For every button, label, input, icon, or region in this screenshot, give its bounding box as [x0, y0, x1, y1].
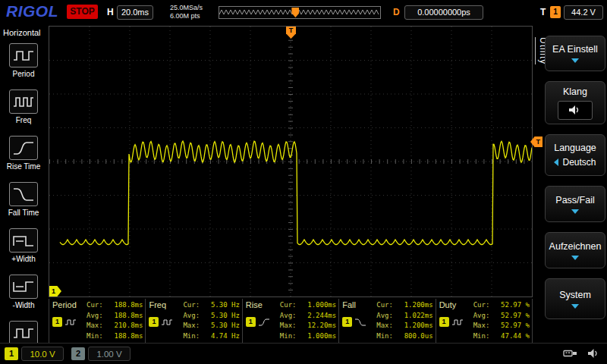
- measurement-wave-icon: [161, 318, 173, 326]
- measurement-panel-duty: Duty 1 Cur:52.97 % Avg:52.97 % Max:52.97…: [436, 299, 533, 343]
- measurement-avg: 5.30 Hz: [211, 312, 240, 320]
- measurement-avg: 52.97 %: [501, 312, 530, 320]
- freq-icon: [9, 89, 38, 114]
- sidebar-item-extra[interactable]: [0, 321, 47, 343]
- channel-badge: 1: [149, 317, 159, 327]
- utility-menu: Utility EA Einstell Klang Language Deuts…: [533, 25, 607, 343]
- speaker-icon: [558, 101, 593, 120]
- channel-badge[interactable]: 1: [5, 347, 18, 360]
- sample-rate: 25.0MSa/s: [170, 4, 203, 12]
- sidebar-item-neg-width[interactable]: -Width: [0, 275, 47, 309]
- channel2-scale[interactable]: 1.00 V: [88, 347, 131, 361]
- sidebar-item-label: +Width: [11, 255, 35, 263]
- menu-button-label: EA Einstell: [552, 44, 598, 55]
- waveform-position-bar[interactable]: [219, 6, 381, 19]
- measurement-panel-period: Period 1 Cur:188.8ms Avg:188.8ms Max:210…: [49, 299, 146, 343]
- memory-depth: 6.00M pts: [170, 12, 203, 20]
- sidebar-item-period[interactable]: Period: [0, 43, 47, 78]
- sidebar-item-label: -Width: [13, 301, 35, 309]
- measurement-avg: 2.244ms: [307, 312, 336, 320]
- channel1-indicator[interactable]: 1 10.0 V: [5, 347, 64, 361]
- measurement-name: Freq: [149, 300, 183, 309]
- measurement-avg: 188.8ms: [114, 312, 143, 320]
- measurement-wave-icon: [451, 318, 464, 326]
- sidebar-item-fall-time[interactable]: Fall Time: [0, 182, 47, 217]
- sidebar-item-freq[interactable]: Freq: [0, 89, 47, 124]
- run-state-badge[interactable]: STOP: [67, 5, 98, 19]
- waveform-grid: [49, 27, 532, 297]
- measurement-avg: 1.022ms: [404, 312, 433, 320]
- measurement-cur: 188.8ms: [114, 301, 143, 309]
- measurement-cur: 52.97 %: [501, 301, 530, 309]
- rigol-logo: RIGOL: [6, 2, 58, 20]
- menu-button-ea-einstell[interactable]: EA Einstell: [545, 36, 605, 71]
- menu-button-system[interactable]: System: [545, 278, 605, 319]
- menu-button-language[interactable]: Language Deutsch: [545, 134, 605, 176]
- chevron-down-icon: [571, 58, 579, 63]
- measurement-wave-icon: [64, 318, 77, 326]
- channel-badge: 1: [246, 317, 256, 327]
- menu-button-label: System: [559, 290, 591, 300]
- measure-sidebar: Horizontal Period Freq Rise Time Fall Ti…: [0, 25, 47, 343]
- channel-badge: 1: [439, 317, 449, 327]
- channel2-indicator[interactable]: 2 1.00 V: [71, 347, 131, 361]
- measurement-max: 52.97 %: [501, 322, 530, 330]
- top-bar: RIGOL STOP H 20.0ms 25.0MSa/s 6.00M pts …: [0, 0, 607, 25]
- waveform-icon: [9, 321, 38, 343]
- measurement-max: 210.8ms: [114, 322, 143, 330]
- delay-value[interactable]: 0.00000000ps: [404, 5, 483, 20]
- sidebar-item-label: Period: [13, 70, 35, 78]
- pos-width-icon: [9, 228, 38, 253]
- measurement-panel-fall: Fall 1 Cur:1.200ms Avg:1.022ms Max:1.200…: [339, 299, 436, 343]
- channel-badge: 1: [342, 317, 352, 327]
- measurement-min: 47.44 %: [501, 332, 530, 340]
- menu-button-pass-fail[interactable]: Pass/Fail: [545, 186, 605, 222]
- trigger-level-value[interactable]: 44.2 V: [564, 5, 603, 20]
- chevron-down-icon: [571, 256, 579, 260]
- measurement-panel-rise: Rise 1 Cur:1.000ms Avg:2.244ms Max:12.20…: [243, 299, 339, 343]
- language-value: Deutsch: [562, 157, 596, 168]
- sidebar-item-label: Freq: [16, 116, 32, 124]
- channel1-scale[interactable]: 10.0 V: [21, 347, 64, 361]
- usb-icon: [563, 348, 578, 359]
- measurement-cur: 1.000ms: [307, 301, 336, 309]
- measurement-min: 800.0us: [404, 332, 433, 340]
- measurement-cur: 5.30 Hz: [211, 301, 240, 309]
- trigger-label: T: [540, 7, 546, 17]
- sidebar-item-pos-width[interactable]: +Width: [0, 228, 47, 263]
- measurement-min: 1.000ms: [307, 332, 336, 340]
- chevron-down-icon: [571, 209, 579, 214]
- measurement-name: Period: [52, 300, 86, 309]
- horizontal-label: H: [107, 7, 114, 17]
- status-bar: 1 10.0 V 2 1.00 V: [0, 343, 607, 364]
- measurement-max: 1.200ms: [404, 322, 433, 330]
- sidebar-item-label: Fall Time: [8, 209, 39, 217]
- measurement-cur: 1.200ms: [404, 301, 433, 309]
- menu-button-klang[interactable]: Klang: [545, 81, 605, 124]
- measurement-rise-icon: [258, 318, 270, 326]
- menu-button-label: Pass/Fail: [555, 195, 594, 206]
- measurement-min: 4.74 Hz: [211, 332, 240, 340]
- measurement-name: Rise: [246, 300, 280, 309]
- menu-button-label: Language: [554, 143, 596, 153]
- sidebar-item-rise-time[interactable]: Rise Time: [0, 136, 47, 171]
- measurement-name: Fall: [342, 300, 376, 309]
- trigger-source-chip[interactable]: 1: [550, 6, 561, 18]
- menu-button-label: Aufzeichnen: [549, 241, 602, 252]
- waveform-overview-icon: [219, 7, 380, 18]
- menu-button-aufzeichnen[interactable]: Aufzeichnen: [545, 232, 605, 268]
- acquisition-info: 25.0MSa/s 6.00M pts: [170, 4, 203, 20]
- fall-time-icon: [9, 182, 38, 206]
- period-icon: [9, 43, 38, 67]
- chevron-down-icon: [571, 304, 579, 309]
- timebase-value[interactable]: 20.0ms: [117, 5, 153, 20]
- left-menu-title: Horizontal: [3, 28, 47, 37]
- rise-time-icon: [9, 136, 38, 160]
- measurement-max: 12.20ms: [307, 322, 336, 330]
- oscilloscope-screen: RIGOL STOP H 20.0ms 25.0MSa/s 6.00M pts …: [0, 0, 607, 364]
- chevron-left-icon: [554, 158, 558, 166]
- measurement-min: 188.8ms: [114, 332, 143, 340]
- channel-badge[interactable]: 2: [71, 347, 85, 360]
- sidebar-item-label: Rise Time: [7, 162, 40, 171]
- measurement-readout-bar: Period 1 Cur:188.8ms Avg:188.8ms Max:210…: [49, 299, 533, 343]
